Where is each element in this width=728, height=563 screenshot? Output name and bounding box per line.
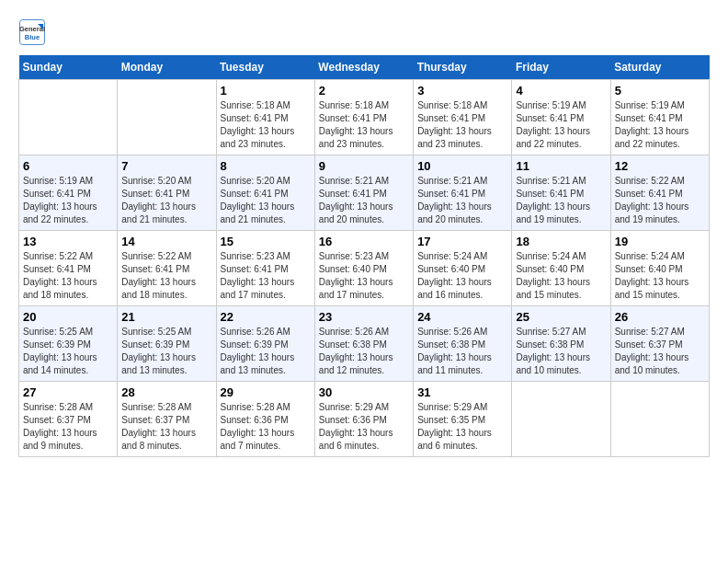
calendar-cell: 26Sunrise: 5:27 AM Sunset: 6:37 PM Dayli…: [610, 306, 709, 382]
calendar-cell: [19, 80, 118, 155]
day-info: Sunrise: 5:28 AM Sunset: 6:37 PM Dayligh…: [23, 401, 113, 453]
day-info: Sunrise: 5:24 AM Sunset: 6:40 PM Dayligh…: [516, 250, 606, 302]
day-info: Sunrise: 5:27 AM Sunset: 6:37 PM Dayligh…: [615, 326, 705, 377]
day-info: Sunrise: 5:24 AM Sunset: 6:40 PM Dayligh…: [417, 250, 507, 302]
calendar-cell: 29Sunrise: 5:28 AM Sunset: 6:36 PM Dayli…: [216, 382, 314, 457]
calendar-cell: 5Sunrise: 5:19 AM Sunset: 6:41 PM Daylig…: [610, 80, 709, 155]
day-info: Sunrise: 5:29 AM Sunset: 6:36 PM Dayligh…: [319, 401, 409, 453]
day-info: Sunrise: 5:22 AM Sunset: 6:41 PM Dayligh…: [23, 250, 113, 302]
day-info: Sunrise: 5:21 AM Sunset: 6:41 PM Dayligh…: [417, 175, 507, 226]
col-header-wednesday: Wednesday: [314, 55, 413, 80]
svg-text:Blue: Blue: [25, 33, 40, 41]
calendar-cell: [118, 80, 216, 155]
calendar-cell: 6Sunrise: 5:19 AM Sunset: 6:41 PM Daylig…: [19, 155, 118, 231]
day-number: 13: [23, 235, 113, 248]
day-info: Sunrise: 5:26 AM Sunset: 6:38 PM Dayligh…: [417, 326, 507, 377]
calendar-cell: 21Sunrise: 5:25 AM Sunset: 6:39 PM Dayli…: [118, 306, 216, 382]
day-info: Sunrise: 5:19 AM Sunset: 6:41 PM Dayligh…: [516, 99, 606, 151]
day-number: 6: [23, 159, 113, 173]
day-info: Sunrise: 5:24 AM Sunset: 6:40 PM Dayligh…: [615, 250, 705, 302]
day-info: Sunrise: 5:20 AM Sunset: 6:41 PM Dayligh…: [221, 175, 311, 226]
day-number: 31: [417, 385, 507, 399]
day-info: Sunrise: 5:18 AM Sunset: 6:41 PM Dayligh…: [319, 99, 409, 151]
day-number: 21: [121, 310, 211, 324]
calendar-cell: 16Sunrise: 5:23 AM Sunset: 6:40 PM Dayli…: [314, 231, 413, 306]
calendar-cell: 4Sunrise: 5:19 AM Sunset: 6:41 PM Daylig…: [512, 80, 610, 155]
col-header-saturday: Saturday: [610, 55, 709, 80]
calendar-cell: 23Sunrise: 5:26 AM Sunset: 6:38 PM Dayli…: [314, 306, 413, 382]
col-header-friday: Friday: [512, 55, 610, 80]
calendar-cell: 14Sunrise: 5:22 AM Sunset: 6:41 PM Dayli…: [118, 231, 216, 306]
calendar-week-5: 27Sunrise: 5:28 AM Sunset: 6:37 PM Dayli…: [19, 382, 710, 457]
day-number: 26: [615, 310, 705, 324]
day-number: 17: [417, 235, 507, 248]
calendar-cell: 15Sunrise: 5:23 AM Sunset: 6:41 PM Dayli…: [216, 231, 314, 306]
calendar-cell: 3Sunrise: 5:18 AM Sunset: 6:41 PM Daylig…: [414, 80, 512, 155]
day-info: Sunrise: 5:25 AM Sunset: 6:39 PM Dayligh…: [23, 326, 113, 377]
day-number: 25: [516, 310, 606, 324]
day-number: 30: [319, 385, 409, 399]
col-header-sunday: Sunday: [19, 55, 118, 80]
day-number: 27: [23, 385, 113, 399]
calendar-week-3: 13Sunrise: 5:22 AM Sunset: 6:41 PM Dayli…: [19, 231, 710, 306]
day-number: 15: [221, 235, 311, 248]
calendar-cell: 11Sunrise: 5:21 AM Sunset: 6:41 PM Dayli…: [512, 155, 610, 231]
col-header-tuesday: Tuesday: [216, 55, 314, 80]
day-number: 10: [417, 159, 507, 173]
day-info: Sunrise: 5:25 AM Sunset: 6:39 PM Dayligh…: [121, 326, 211, 377]
calendar-header-row: SundayMondayTuesdayWednesdayThursdayFrid…: [19, 55, 710, 80]
calendar-cell: 17Sunrise: 5:24 AM Sunset: 6:40 PM Dayli…: [414, 231, 512, 306]
day-info: Sunrise: 5:29 AM Sunset: 6:35 PM Dayligh…: [417, 401, 507, 453]
day-number: 22: [221, 310, 311, 324]
calendar-cell: [610, 382, 709, 457]
day-number: 1: [221, 84, 311, 98]
logo-icon: General Blue: [18, 18, 46, 46]
calendar-cell: 31Sunrise: 5:29 AM Sunset: 6:35 PM Dayli…: [414, 382, 512, 457]
calendar-cell: 22Sunrise: 5:26 AM Sunset: 6:39 PM Dayli…: [216, 306, 314, 382]
calendar-cell: 2Sunrise: 5:18 AM Sunset: 6:41 PM Daylig…: [314, 80, 413, 155]
day-number: 28: [121, 385, 211, 399]
day-info: Sunrise: 5:28 AM Sunset: 6:36 PM Dayligh…: [221, 401, 311, 453]
day-number: 11: [516, 159, 606, 173]
page-header: General Blue: [18, 18, 710, 46]
day-info: Sunrise: 5:22 AM Sunset: 6:41 PM Dayligh…: [615, 175, 705, 226]
day-number: 3: [417, 84, 507, 98]
calendar-cell: 25Sunrise: 5:27 AM Sunset: 6:38 PM Dayli…: [512, 306, 610, 382]
calendar-cell: 24Sunrise: 5:26 AM Sunset: 6:38 PM Dayli…: [414, 306, 512, 382]
calendar-cell: 12Sunrise: 5:22 AM Sunset: 6:41 PM Dayli…: [610, 155, 709, 231]
day-info: Sunrise: 5:22 AM Sunset: 6:41 PM Dayligh…: [121, 250, 211, 302]
calendar-cell: 10Sunrise: 5:21 AM Sunset: 6:41 PM Dayli…: [414, 155, 512, 231]
logo: General Blue: [18, 18, 50, 46]
day-number: 2: [319, 84, 409, 98]
day-number: 29: [221, 385, 311, 399]
day-info: Sunrise: 5:28 AM Sunset: 6:37 PM Dayligh…: [121, 401, 211, 453]
day-number: 18: [516, 235, 606, 248]
day-info: Sunrise: 5:21 AM Sunset: 6:41 PM Dayligh…: [516, 175, 606, 226]
calendar-week-1: 1Sunrise: 5:18 AM Sunset: 6:41 PM Daylig…: [19, 80, 710, 155]
day-info: Sunrise: 5:20 AM Sunset: 6:41 PM Dayligh…: [121, 175, 211, 226]
day-number: 4: [516, 84, 606, 98]
calendar-cell: 18Sunrise: 5:24 AM Sunset: 6:40 PM Dayli…: [512, 231, 610, 306]
calendar-cell: 19Sunrise: 5:24 AM Sunset: 6:40 PM Dayli…: [610, 231, 709, 306]
calendar-cell: 28Sunrise: 5:28 AM Sunset: 6:37 PM Dayli…: [118, 382, 216, 457]
day-info: Sunrise: 5:26 AM Sunset: 6:38 PM Dayligh…: [319, 326, 409, 377]
day-info: Sunrise: 5:27 AM Sunset: 6:38 PM Dayligh…: [516, 326, 606, 377]
calendar-week-4: 20Sunrise: 5:25 AM Sunset: 6:39 PM Dayli…: [19, 306, 710, 382]
day-number: 9: [319, 159, 409, 173]
day-number: 16: [319, 235, 409, 248]
day-number: 7: [121, 159, 211, 173]
day-info: Sunrise: 5:18 AM Sunset: 6:41 PM Dayligh…: [417, 99, 507, 151]
calendar-table: SundayMondayTuesdayWednesdayThursdayFrid…: [18, 55, 710, 457]
day-number: 12: [615, 159, 705, 173]
day-number: 24: [417, 310, 507, 324]
col-header-thursday: Thursday: [414, 55, 512, 80]
day-info: Sunrise: 5:23 AM Sunset: 6:40 PM Dayligh…: [319, 250, 409, 302]
calendar-cell: 27Sunrise: 5:28 AM Sunset: 6:37 PM Dayli…: [19, 382, 118, 457]
day-info: Sunrise: 5:23 AM Sunset: 6:41 PM Dayligh…: [221, 250, 311, 302]
day-number: 20: [23, 310, 113, 324]
calendar-cell: 30Sunrise: 5:29 AM Sunset: 6:36 PM Dayli…: [314, 382, 413, 457]
calendar-cell: 9Sunrise: 5:21 AM Sunset: 6:41 PM Daylig…: [314, 155, 413, 231]
calendar-cell: 13Sunrise: 5:22 AM Sunset: 6:41 PM Dayli…: [19, 231, 118, 306]
calendar-week-2: 6Sunrise: 5:19 AM Sunset: 6:41 PM Daylig…: [19, 155, 710, 231]
day-number: 19: [615, 235, 705, 248]
